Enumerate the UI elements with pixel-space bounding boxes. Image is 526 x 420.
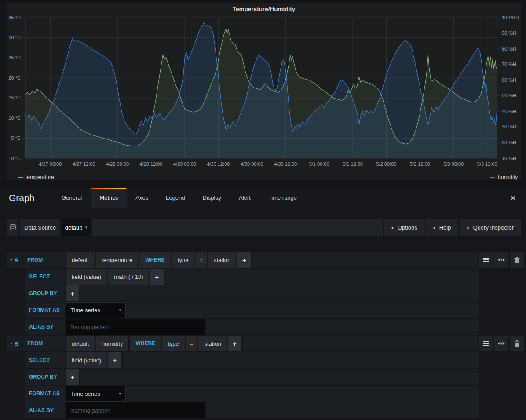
row-filler [127,386,479,402]
svg-text:4/29 00:00: 4/29 00:00 [173,161,196,167]
tab-axes[interactable]: Axes [127,188,157,208]
svg-text:4/27 00:00: 4/27 00:00 [39,161,62,167]
time-series-chart[interactable]: 4/27 00:004/27 12:004/28 00:004/28 12:00… [7,3,521,180]
query-a-select-field-segment[interactable]: field (value) [66,269,107,285]
query-b-add-select-button[interactable]: + [108,352,121,368]
row-indent [7,386,23,402]
query-b-delete-button[interactable] [510,336,524,351]
query-a-where-value-segment[interactable]: station [208,252,236,268]
tab-alert[interactable]: Alert [230,188,259,208]
query-b-where-value-segment[interactable]: station [198,336,226,351]
row-indent [7,302,23,318]
svg-text:40 %H: 40 %H [502,109,516,114]
query-b-alias-row: ALIAS BY [7,402,524,418]
query-a-toggle-visibility-button[interactable] [494,252,508,268]
legend-label-temperature: temperature [26,174,54,180]
query-a-add-groupby-button[interactable]: + [66,285,79,301]
help-button[interactable]: ▸ Help [426,219,459,236]
eye-icon [497,340,505,347]
svg-text:4/28 12:00: 4/28 12:00 [140,161,163,167]
query-a-collapse-button[interactable]: ▾ A [7,252,22,268]
query-a-select-row: SELECT field (value) math ( / 10) + [7,269,524,285]
datasource-value: default [65,224,82,231]
row-filler [123,352,479,368]
alias-by-label: ALIAS BY [25,402,65,418]
select-label: SELECT [25,269,65,285]
close-icon[interactable]: × [511,188,515,208]
datasource-select[interactable]: default ▾ [62,219,91,236]
svg-text:20 °C: 20 °C [8,75,21,80]
query-b-collapse-button[interactable]: ▾ B [7,336,22,351]
svg-text:4/27 12:00: 4/27 12:00 [73,161,95,167]
query-a-format-select[interactable]: Time series ▾ [66,302,126,318]
datasource-icon-cell [7,219,18,236]
from-label: FROM [23,336,65,351]
query-a-alias-row: ALIAS BY [7,319,524,335]
svg-text:5/1 12:00: 5/1 12:00 [343,161,363,167]
temperature-series-swatch [18,177,23,178]
svg-text:100 %H: 100 %H [502,15,519,20]
trash-icon [514,257,520,263]
query-b-add-groupby-button[interactable]: + [66,369,79,385]
row-indent [7,369,23,385]
query-a-delete-button[interactable] [510,252,524,268]
svg-text:0 °C: 0 °C [11,156,21,161]
svg-text:30 %H: 30 %H [502,124,516,129]
format-as-label: FORMAT AS [25,386,65,402]
query-b-select-field-segment[interactable]: field (value) [66,352,107,368]
query-a-alias-input[interactable] [66,319,205,335]
caret-down-icon: ▾ [10,341,12,346]
svg-text:35 °C: 35 °C [8,15,21,20]
query-b-select-row: SELECT field (value) + [7,352,524,368]
toolbar-filler [92,219,383,236]
caret-down-icon: ▾ [10,258,12,262]
query-inspector-label: Query Inspector [473,224,514,231]
legend-item-temperature[interactable]: temperature [18,174,54,180]
svg-text:5/3 12:00: 5/3 12:00 [477,161,497,167]
plot-area[interactable]: 4/27 00:004/27 12:004/28 00:004/28 12:00… [7,3,521,182]
row-indent [7,319,23,335]
tab-general[interactable]: General [53,188,91,208]
query-b-menu-button[interactable] [479,336,493,351]
query-a-select-math-segment[interactable]: math ( / 10) [108,269,149,285]
tab-display[interactable]: Display [194,188,230,208]
query-inspector-button[interactable]: ▸ Query Inspector [460,219,521,236]
row-filler [206,402,479,418]
query-b-toggle-visibility-button[interactable] [494,336,508,351]
svg-text:5/2 00:00: 5/2 00:00 [376,161,397,167]
row-filler [252,252,478,268]
row-filler [243,336,478,351]
format-as-label: FORMAT AS [25,302,65,318]
query-ref-letter: A [15,257,18,263]
svg-text:20 %H: 20 %H [502,140,516,145]
tab-legend[interactable]: Legend [157,188,194,208]
query-a-add-where-button[interactable]: + [237,252,251,268]
tab-time-range[interactable]: Time range [259,188,306,208]
where-label: WHERE [139,252,171,268]
trash-icon [514,340,520,347]
query-a-add-select-button[interactable]: + [150,269,164,285]
legend-item-humidity[interactable]: humidity [490,174,518,180]
query-b-add-where-button[interactable]: + [228,336,241,351]
query-b-format-select[interactable]: Time series ▾ [66,386,126,402]
query-b-where-operator-segment[interactable]: = [186,336,197,351]
query-b-policy-segment[interactable]: default [66,336,95,351]
query-b-measurement-segment[interactable]: humidity [96,336,128,351]
query-b-alias-input[interactable] [66,402,205,418]
svg-text:15 °C: 15 °C [8,95,21,100]
query-a-where-key-segment[interactable]: type [172,252,194,268]
query-a-menu-button[interactable] [479,252,493,268]
select-label: SELECT [25,352,65,368]
query-a-policy-segment[interactable]: default [66,252,95,268]
svg-text:5/3 00:00: 5/3 00:00 [443,161,464,167]
query-b-where-key-segment[interactable]: type [162,336,185,351]
query-a-measurement-segment[interactable]: temperature [96,252,138,268]
query-a-where-operator-segment[interactable]: = [195,252,207,268]
svg-text:4/29 12:00: 4/29 12:00 [207,161,230,167]
query-b-header-row: ▾ B FROM default humidity WHERE type = s… [7,336,524,351]
tab-metrics[interactable]: Metrics [91,188,127,208]
where-label: WHERE [130,336,161,351]
format-value: Time series [71,391,100,397]
options-button[interactable]: ▸ Options [384,219,425,236]
row-filler [127,302,479,318]
